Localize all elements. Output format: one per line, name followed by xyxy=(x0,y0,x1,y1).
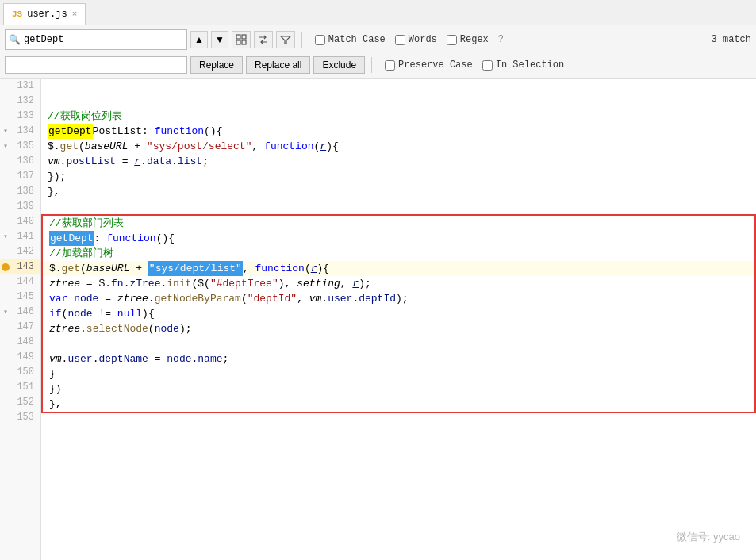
in-selection-checkbox[interactable] xyxy=(482,60,493,71)
code-line: //加载部门树 xyxy=(43,246,754,261)
line-num: 153 xyxy=(0,410,40,425)
code-line: $.get(baseURL + "sys/post/select", funct… xyxy=(41,139,756,154)
code-line xyxy=(43,336,754,351)
match-count: 3 match xyxy=(712,34,751,45)
line-num: 152 xyxy=(0,395,40,410)
line-num: 145 xyxy=(0,290,40,305)
svg-rect-1 xyxy=(242,35,246,39)
match-case-text: Match Case xyxy=(328,34,386,45)
code-line: }) xyxy=(43,382,754,397)
line-num: 144 xyxy=(0,274,40,290)
preserve-case-label[interactable]: Preserve Case xyxy=(385,59,473,71)
regex-help-icon[interactable]: ? xyxy=(498,34,504,45)
words-text: Words xyxy=(409,34,437,45)
preserve-case-text: Preserve Case xyxy=(398,59,473,71)
line-num: ▾134 xyxy=(0,124,40,139)
search-magnifier-icon: 🔍 xyxy=(9,34,21,46)
code-line: var node = ztree.getNodeByParam("deptId"… xyxy=(43,291,754,306)
checkbox-group1: Match Case Words Regex ? xyxy=(315,34,504,45)
search-row2: Replace Replace all Exclude Preserve Cas… xyxy=(0,54,756,78)
editor-area: 131132133▾134▾135136137138139140▾141142▾… xyxy=(0,79,756,560)
red-box-section: //获取部门列表 getDept: function(){ //加载部门树 $.… xyxy=(41,214,756,413)
line-num: 147 xyxy=(0,320,40,335)
code-line: }); xyxy=(41,169,756,184)
tab-filename: user.js xyxy=(27,9,67,20)
line-num: 140 xyxy=(0,214,40,229)
match-case-label[interactable]: Match Case xyxy=(315,34,386,45)
divider2 xyxy=(371,57,372,73)
exclude-button[interactable]: Exclude xyxy=(313,56,365,74)
code-line xyxy=(41,413,756,428)
tab-icon: JS xyxy=(12,10,22,19)
code-content[interactable]: //获取岗位列表 getDeptPostList: function(){ $.… xyxy=(41,79,756,560)
line-num: 150 xyxy=(0,365,40,380)
code-line: }, xyxy=(43,397,754,412)
regex-text: Regex xyxy=(460,34,489,45)
line-num: 137 xyxy=(0,169,40,184)
line-num: 151 xyxy=(0,380,40,395)
line-num: 132 xyxy=(0,94,40,109)
words-checkbox[interactable] xyxy=(395,35,405,45)
replace-all-button[interactable]: Replace all xyxy=(246,56,310,74)
line-num: ▾135 xyxy=(0,139,40,154)
code-line: //获取部门列表 xyxy=(43,216,754,231)
line-num: 136 xyxy=(0,154,40,169)
line-numbers: 131132133▾134▾135136137138139140▾141142▾… xyxy=(0,79,41,560)
line-num: ▾143 xyxy=(0,259,40,274)
line-num: 148 xyxy=(0,335,40,350)
search-toolbar: 🔍 ▲ ▼ Ma xyxy=(0,25,756,79)
svg-rect-3 xyxy=(242,40,246,44)
find-all-button[interactable] xyxy=(232,31,251,48)
code-line: }, xyxy=(41,184,756,199)
code-line: getDept: function(){ xyxy=(43,231,754,246)
divider1 xyxy=(301,32,302,48)
filter-button[interactable] xyxy=(276,31,295,48)
code-line xyxy=(41,94,756,109)
tab-item[interactable]: JS user.js × xyxy=(3,3,86,25)
replace-input[interactable] xyxy=(9,59,167,71)
code-line: $.get(baseURL + "sys/dept/list", functio… xyxy=(43,261,754,276)
line-num: 138 xyxy=(0,184,40,199)
code-line: ztree.selectNode(node); xyxy=(43,321,754,336)
line-num: 133 xyxy=(0,109,40,124)
line-num: 142 xyxy=(0,244,40,259)
toggle-replace-button[interactable] xyxy=(254,31,273,48)
code-line: //获取岗位列表 xyxy=(41,109,756,124)
code-line: } xyxy=(43,366,754,382)
checkbox-group2: Preserve Case In Selection xyxy=(385,59,564,71)
replace-button[interactable]: Replace xyxy=(190,56,243,74)
code-line: vm.postList = r.data.list; xyxy=(41,154,756,169)
svg-rect-0 xyxy=(236,35,240,39)
line-num: 131 xyxy=(0,79,40,94)
words-label[interactable]: Words xyxy=(395,34,437,45)
code-line xyxy=(41,79,756,94)
line-num: ▾146 xyxy=(0,305,40,320)
search-input[interactable] xyxy=(24,34,151,45)
tab-bar: JS user.js × xyxy=(0,0,756,25)
regex-checkbox[interactable] xyxy=(447,35,457,45)
prev-match-button[interactable]: ▲ xyxy=(190,31,208,48)
regex-label[interactable]: Regex xyxy=(447,34,489,45)
svg-rect-2 xyxy=(236,40,240,44)
code-line: if(node != null){ xyxy=(43,306,754,321)
line-num: 139 xyxy=(0,199,40,214)
match-case-checkbox[interactable] xyxy=(315,35,325,45)
code-line: getDeptPostList: function(){ xyxy=(41,124,756,139)
in-selection-text: In Selection xyxy=(496,59,564,71)
replace-input-wrap xyxy=(5,56,187,74)
line-num: 149 xyxy=(0,350,40,365)
line-num: ▾141 xyxy=(0,229,40,244)
code-line: vm.user.deptName = node.name; xyxy=(43,351,754,366)
code-line: ztree = $.fn.zTree.init($("#deptTree"), … xyxy=(43,276,754,291)
in-selection-label[interactable]: In Selection xyxy=(482,59,564,71)
search-input-wrap: 🔍 xyxy=(5,29,187,50)
code-line xyxy=(41,199,756,214)
tab-close-icon[interactable]: × xyxy=(72,10,78,19)
preserve-case-checkbox[interactable] xyxy=(385,60,395,71)
next-match-button[interactable]: ▼ xyxy=(211,31,228,48)
search-row1: 🔍 ▲ ▼ Ma xyxy=(0,25,756,54)
